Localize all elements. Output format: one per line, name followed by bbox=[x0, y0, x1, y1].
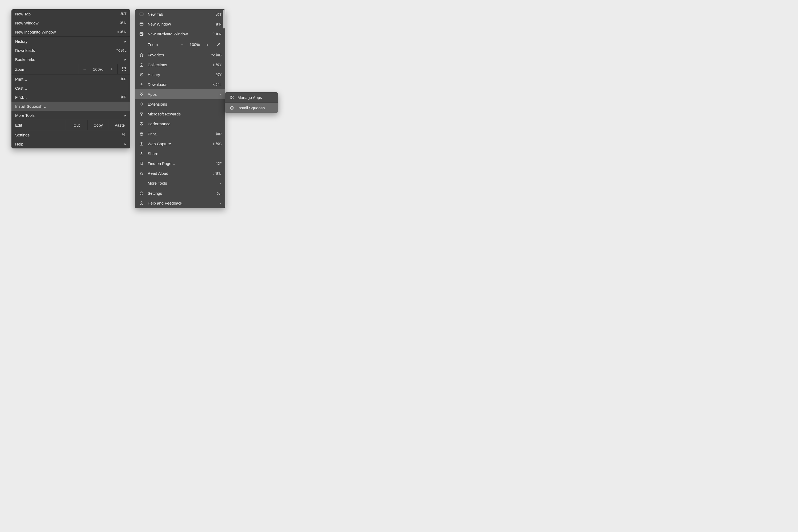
menu-item-more-tools[interactable]: More Tools ▸ bbox=[12, 111, 130, 120]
zoom-row: Zoom − 100% + bbox=[12, 64, 130, 74]
submenu-item-install-squoosh[interactable]: Install Squoosh bbox=[225, 103, 278, 113]
menu-item-label: New Tab bbox=[148, 12, 215, 17]
svg-rect-12 bbox=[140, 162, 142, 165]
fullscreen-button[interactable] bbox=[213, 41, 224, 48]
menu-item-label: Print… bbox=[15, 77, 120, 81]
history-icon bbox=[138, 73, 145, 77]
menu-item-label: Read Aloud bbox=[148, 171, 212, 175]
menu-item-bookmarks[interactable]: Bookmarks ▸ bbox=[12, 55, 130, 64]
menu-item-new-tab[interactable]: New Tab ⌘T bbox=[135, 9, 225, 19]
menu-item-settings[interactable]: Settings ⌘, bbox=[135, 188, 225, 198]
menu-item-performance[interactable]: Performance bbox=[135, 119, 225, 129]
menu-item-label: Bookmarks bbox=[15, 57, 124, 62]
submenu-item-manage-apps[interactable]: Manage Apps bbox=[225, 92, 278, 102]
menu-item-settings[interactable]: Settings ⌘, bbox=[12, 130, 130, 139]
read-aloud-icon bbox=[138, 171, 145, 175]
menu-item-new-inprivate-window[interactable]: New InPrivate Window ⇧⌘N bbox=[135, 29, 225, 39]
menu-item-help[interactable]: Help ▸ bbox=[12, 139, 130, 148]
menu-item-new-window[interactable]: New Window ⌘N bbox=[135, 19, 225, 29]
svg-rect-0 bbox=[140, 13, 144, 16]
menu-item-label: More Tools bbox=[148, 181, 219, 185]
paste-button[interactable]: Paste bbox=[109, 120, 130, 130]
menu-item-label: More Tools bbox=[15, 113, 124, 118]
menu-item-new-incognito-window[interactable]: New Incognito Window ⇧⌘N bbox=[12, 27, 130, 36]
menu-item-find[interactable]: Find… ⌘F bbox=[12, 93, 130, 101]
collections-icon bbox=[138, 63, 145, 67]
menu-item-new-tab[interactable]: New Tab ⌘T bbox=[12, 9, 130, 18]
menu-item-favorites[interactable]: Favorites ⌥⌘B bbox=[135, 50, 225, 60]
menu-item-label: Apps bbox=[148, 92, 219, 97]
menu-item-label: Find… bbox=[15, 95, 120, 99]
camera-icon bbox=[138, 142, 145, 146]
svg-rect-10 bbox=[140, 143, 143, 145]
svg-rect-5 bbox=[140, 93, 141, 94]
menu-item-web-capture[interactable]: Web Capture ⇧⌘S bbox=[135, 139, 225, 149]
menu-item-cast[interactable]: Cast… bbox=[12, 83, 130, 93]
svg-rect-7 bbox=[140, 95, 141, 96]
zoom-in-button[interactable]: + bbox=[106, 64, 117, 74]
menu-item-label: New Window bbox=[148, 22, 215, 26]
chevron-right-icon: ▸ bbox=[124, 142, 127, 146]
scrollbar-thumb[interactable] bbox=[223, 10, 225, 28]
menu-item-shortcut: ⇧⌘N bbox=[212, 32, 222, 36]
menu-item-label: New Window bbox=[15, 21, 120, 25]
menu-item-label: Downloads bbox=[15, 48, 116, 53]
edit-label: Edit bbox=[12, 120, 66, 130]
chevron-right-icon: › bbox=[219, 201, 222, 205]
menu-item-shortcut: ⌘Y bbox=[215, 73, 222, 77]
menu-item-extensions[interactable]: Extensions bbox=[135, 99, 225, 109]
menu-item-install-squoosh[interactable]: Install Squoosh… bbox=[12, 101, 130, 111]
menu-item-shortcut: ⌘, bbox=[217, 191, 222, 195]
menu-item-label: Favorites bbox=[148, 53, 211, 57]
menu-item-shortcut: ⌘P bbox=[120, 77, 127, 81]
submenu-item-label: Install Squoosh bbox=[238, 106, 265, 110]
cut-button[interactable]: Cut bbox=[66, 120, 87, 130]
svg-rect-18 bbox=[230, 98, 231, 99]
svg-rect-9 bbox=[140, 134, 143, 135]
menu-item-new-window[interactable]: New Window ⌘N bbox=[12, 18, 130, 27]
trophy-icon bbox=[138, 112, 145, 116]
menu-item-label: Performance bbox=[148, 121, 222, 126]
chevron-right-icon: › bbox=[219, 181, 222, 185]
squoosh-app-icon bbox=[229, 106, 234, 110]
menu-item-print[interactable]: Print… ⌘P bbox=[135, 129, 225, 139]
download-icon bbox=[138, 82, 145, 87]
menu-item-shortcut: ⌥⌘L bbox=[211, 82, 222, 87]
menu-item-collections[interactable]: Collections ⇧⌘Y bbox=[135, 60, 225, 70]
svg-rect-2 bbox=[140, 33, 144, 35]
menu-item-label: History bbox=[15, 39, 124, 44]
menu-item-shortcut: ⌘N bbox=[120, 21, 127, 25]
chevron-right-icon: › bbox=[219, 92, 222, 97]
menu-item-downloads[interactable]: Downloads ⌥⌘L bbox=[135, 79, 225, 89]
menu-item-label: Find on Page… bbox=[148, 161, 215, 166]
menu-item-more-tools[interactable]: More Tools › bbox=[135, 178, 225, 188]
menu-item-downloads[interactable]: Downloads ⌥⌘L bbox=[12, 46, 130, 55]
menu-item-shortcut: ⇧⌘S bbox=[212, 142, 222, 146]
help-icon bbox=[138, 201, 145, 205]
menu-item-shortcut: ⌘N bbox=[215, 22, 222, 26]
menu-item-shortcut: ⇧⌘N bbox=[116, 30, 127, 34]
menu-item-history[interactable]: History ▸ bbox=[12, 37, 130, 46]
menu-item-label: Downloads bbox=[148, 82, 211, 87]
puzzle-icon bbox=[138, 102, 145, 107]
zoom-out-button[interactable]: − bbox=[79, 64, 90, 74]
menu-item-apps[interactable]: Apps › bbox=[135, 89, 225, 99]
chrome-overflow-menu: New Tab ⌘T New Window ⌘N New Incognito W… bbox=[12, 9, 130, 148]
menu-item-share[interactable]: Share bbox=[135, 149, 225, 158]
menu-item-print[interactable]: Print… ⌘P bbox=[12, 75, 130, 83]
menu-item-shortcut: ⌥⌘L bbox=[116, 48, 127, 52]
menu-item-history[interactable]: History ⌘Y bbox=[135, 70, 225, 79]
edge-overflow-menu: New Tab ⌘T New Window ⌘N New InPrivate W… bbox=[135, 9, 225, 208]
zoom-out-button[interactable]: − bbox=[177, 41, 188, 48]
zoom-in-button[interactable]: + bbox=[202, 41, 213, 48]
copy-button[interactable]: Copy bbox=[87, 120, 109, 130]
menu-item-microsoft-rewards[interactable]: Microsoft Rewards bbox=[135, 109, 225, 119]
fullscreen-button[interactable] bbox=[117, 64, 130, 74]
menu-item-help-and-feedback[interactable]: Help and Feedback › bbox=[135, 198, 225, 208]
menu-item-label: Microsoft Rewards bbox=[148, 112, 222, 116]
menu-item-find-on-page[interactable]: Find on Page… ⌘F bbox=[135, 158, 225, 168]
menu-item-read-aloud[interactable]: Read Aloud ⇧⌘U bbox=[135, 168, 225, 178]
svg-rect-16 bbox=[230, 96, 231, 97]
apps-icon bbox=[138, 92, 145, 97]
svg-rect-19 bbox=[232, 98, 233, 99]
